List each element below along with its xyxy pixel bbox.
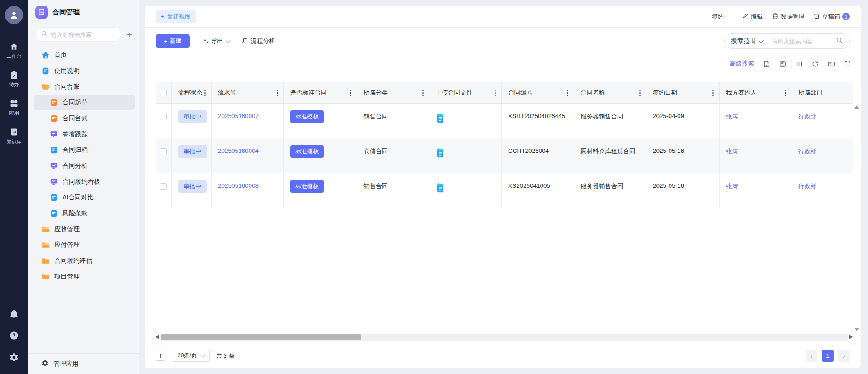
fullscreen-icon[interactable] xyxy=(844,60,852,68)
scroll-right-icon[interactable] xyxy=(849,335,853,339)
sidebar-item-10[interactable]: 风险条款 xyxy=(28,205,139,221)
sidebar-search-input[interactable] xyxy=(51,31,115,38)
row-height-icon[interactable] xyxy=(156,351,165,361)
data-manage-button[interactable]: 数据管理 xyxy=(772,13,804,21)
rail-item-knowledge[interactable]: AI 知识库 xyxy=(7,128,22,145)
cell-dept: 行政部 xyxy=(792,173,853,208)
sidebar-item-manage-apps[interactable]: 管理应用 xyxy=(28,353,139,374)
apps-grid-icon xyxy=(9,99,19,108)
column-menu-icon[interactable] xyxy=(276,88,279,97)
row-checkbox[interactable] xyxy=(160,148,167,155)
hscroll-thumb[interactable] xyxy=(161,334,361,340)
create-button-label: 新建 xyxy=(170,37,182,45)
advanced-search-link[interactable]: 高级搜索 xyxy=(730,60,754,68)
sidebar-item-7[interactable]: 合同分析 xyxy=(28,158,139,174)
sidebar-item-1[interactable]: 使用说明 xyxy=(28,63,139,79)
help-icon[interactable]: ? xyxy=(9,331,19,342)
scroll-up-icon[interactable] xyxy=(854,105,859,109)
keyboard-icon[interactable] xyxy=(827,60,835,68)
sidebar-item-label: 首页 xyxy=(54,51,67,59)
refresh-icon[interactable] xyxy=(811,60,819,68)
search-scope-dropdown[interactable]: 搜索范围 xyxy=(731,37,762,45)
sidebar-item-0[interactable]: 首页 xyxy=(28,47,139,63)
prev-page-button[interactable]: ‹ xyxy=(806,350,817,362)
file-export-icon[interactable] xyxy=(762,60,770,68)
sidebar-item-14[interactable]: 项目管理 xyxy=(28,269,139,284)
current-page-button[interactable]: 1 xyxy=(822,350,834,362)
scroll-down-icon[interactable] xyxy=(854,328,859,331)
cell-date: 2025-04-09 xyxy=(646,104,720,138)
settings-gear-icon[interactable] xyxy=(9,352,19,364)
column-menu-icon[interactable] xyxy=(349,88,352,97)
sidebar-item-6[interactable]: 合同归档 xyxy=(28,142,139,158)
bell-icon[interactable] xyxy=(9,309,19,321)
next-page-button[interactable]: › xyxy=(838,350,850,362)
scroll-left-icon[interactable] xyxy=(156,335,159,339)
flow-analysis-button[interactable]: 流程分析 xyxy=(241,37,275,45)
sidebar-item-11[interactable]: 应收管理 xyxy=(28,221,139,237)
column-menu-icon[interactable] xyxy=(494,88,497,97)
dept-link[interactable]: 行政部 xyxy=(798,113,817,121)
edit-button[interactable]: 编辑 xyxy=(742,13,763,21)
dept-link[interactable]: 行政部 xyxy=(798,182,817,190)
new-view-button[interactable]: + 新建视图 xyxy=(156,10,196,23)
signer-link[interactable]: 张涛 xyxy=(726,147,738,156)
sign-button[interactable]: 签约 xyxy=(712,13,724,21)
row-checkbox[interactable] xyxy=(160,183,167,190)
download-icon xyxy=(202,37,208,45)
serial-link[interactable]: 202505160007 xyxy=(218,113,259,119)
export-button[interactable]: 导出 xyxy=(202,37,230,45)
user-avatar[interactable] xyxy=(5,6,23,24)
sidebar-item-12[interactable]: 应付管理 xyxy=(28,237,139,253)
column-menu-icon[interactable] xyxy=(712,88,715,97)
contract-file-icon[interactable] xyxy=(436,113,445,125)
column-menu-icon[interactable] xyxy=(784,88,787,97)
create-button[interactable]: + 新建 xyxy=(156,34,190,48)
sidebar-item-4[interactable]: 合同台账 xyxy=(28,110,139,126)
cell-code: XS2025041005 xyxy=(502,173,574,208)
drafts-button[interactable]: 草稿箱 1 xyxy=(813,13,850,21)
vertical-scrollbar[interactable] xyxy=(854,105,859,331)
contract-file-icon[interactable] xyxy=(436,147,445,160)
sidebar-item-3[interactable]: 合同起草 xyxy=(34,95,135,110)
signer-link[interactable]: 张涛 xyxy=(726,182,738,190)
signer-link[interactable]: 张涛 xyxy=(726,113,738,121)
rail-item-apps[interactable]: 应用 xyxy=(9,99,19,117)
search-input[interactable] xyxy=(772,38,836,45)
serial-link[interactable]: 202505160008 xyxy=(218,182,259,189)
sidebar-item-label: 合同起草 xyxy=(62,99,88,107)
column-menu-icon[interactable] xyxy=(203,88,207,97)
sidebar-item-label: 项目管理 xyxy=(54,273,80,281)
rail-item-todo[interactable]: 待办 xyxy=(9,71,19,88)
flow-icon xyxy=(241,37,248,45)
search-icon[interactable] xyxy=(836,37,843,46)
sidebar-item-5[interactable]: 签署跟踪 xyxy=(28,126,139,142)
hscroll-track[interactable] xyxy=(160,334,848,341)
app-title: 合同管理 xyxy=(52,8,80,17)
sidebar-item-13[interactable]: 合同履约评估 xyxy=(28,253,139,269)
cell-date: 2025-05-16 xyxy=(646,138,720,173)
add-view-plus-button[interactable]: + xyxy=(126,30,133,39)
sidebar-item-8[interactable]: 合同履约看板 xyxy=(28,174,139,189)
column-menu-icon[interactable] xyxy=(638,88,642,97)
sidebar-item-label: AI合同对比 xyxy=(62,194,94,202)
column-menu-icon[interactable] xyxy=(421,88,425,97)
serial-link[interactable]: 202505160004 xyxy=(218,147,259,154)
select-all-checkbox[interactable] xyxy=(160,90,167,96)
sidebar-item-2[interactable]: 合同台账 xyxy=(28,79,139,95)
status-badge: 审批中 xyxy=(178,145,207,158)
sidebar-search-box[interactable] xyxy=(35,27,121,42)
list-view-icon[interactable] xyxy=(795,60,803,68)
contract-file-icon[interactable] xyxy=(436,182,445,194)
dept-link[interactable]: 行政部 xyxy=(798,147,817,156)
sidebar-item-label: 合同履约看板 xyxy=(62,178,100,186)
cell-status: 审批中 xyxy=(172,173,212,208)
sidebar-item-9[interactable]: AI合同对比 xyxy=(28,189,139,205)
column-menu-icon[interactable] xyxy=(566,88,569,97)
page-size-select[interactable]: 20条/页 xyxy=(172,350,210,362)
sidebar-item-label: 合同台账 xyxy=(54,83,80,91)
rail-item-workbench[interactable]: 工作台 xyxy=(7,42,22,60)
contract-table: 流程状态流水号是否标准合同所属分类上传合同文件合同编号合同名称签约日期我方签约人… xyxy=(156,82,853,208)
row-checkbox[interactable] xyxy=(160,114,167,120)
card-view-icon[interactable] xyxy=(778,60,787,68)
